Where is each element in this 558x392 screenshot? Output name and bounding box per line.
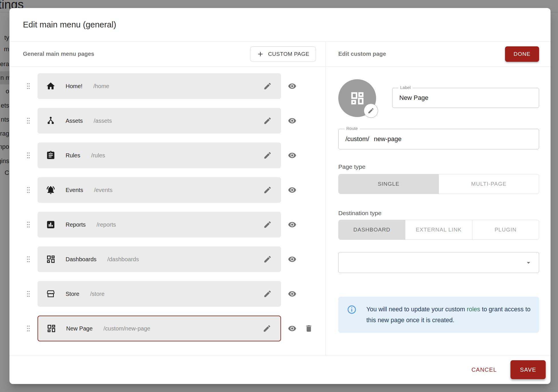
info-text-before: You will need to update your custom: [366, 306, 467, 313]
plus-icon: [257, 50, 264, 58]
roles-link[interactable]: roles: [467, 306, 480, 313]
destination-dashboard[interactable]: DASHBOARD: [339, 220, 405, 239]
done-button[interactable]: DONE: [505, 46, 539, 62]
pencil-icon: [263, 220, 272, 229]
pencil-icon: [263, 324, 271, 333]
menu-pages-header: General main menu pages: [23, 51, 94, 57]
edit-item-button[interactable]: [263, 255, 272, 264]
delete-item-button[interactable]: [304, 324, 313, 333]
pencil-icon: [368, 107, 374, 114]
visibility-toggle-button[interactable]: [288, 290, 296, 298]
label-input[interactable]: [399, 94, 532, 102]
menu-items-list: Home! /home Assets /assets: [9, 73, 325, 350]
label-field[interactable]: Label: [392, 88, 539, 108]
route-input[interactable]: [374, 135, 532, 143]
menu-item-route: /custom/new-page: [103, 325, 150, 332]
menu-item[interactable]: New Page /custom/new-page: [38, 316, 281, 341]
drag-handle-icon[interactable]: [25, 151, 31, 160]
menu-item[interactable]: Rules /rules: [38, 142, 281, 168]
info-icon: [347, 305, 357, 314]
menu-item-route: /dashboards: [107, 256, 139, 263]
edit-item-button[interactable]: [263, 116, 272, 125]
page-type-toggle: SINGLE MULTI-PAGE: [338, 174, 539, 194]
route-field[interactable]: Route /custom/: [338, 129, 539, 149]
edit-item-button[interactable]: [263, 151, 272, 160]
visibility-toggle-button[interactable]: [288, 255, 296, 264]
events-icon: [46, 185, 56, 195]
destination-external-link[interactable]: EXTERNAL LINK: [405, 220, 472, 239]
menu-item[interactable]: Assets /assets: [38, 108, 281, 134]
menu-item[interactable]: Reports /reports: [38, 212, 281, 237]
drag-handle-icon[interactable]: [25, 116, 31, 125]
edit-item-button[interactable]: [263, 290, 272, 298]
menu-item-row: Reports /reports: [25, 212, 325, 237]
visibility-toggle-button[interactable]: [288, 82, 296, 90]
menu-item-route: /rules: [91, 152, 105, 159]
drag-handle-icon[interactable]: [25, 220, 31, 229]
page-type-single[interactable]: SINGLE: [339, 174, 439, 194]
drag-handle-icon[interactable]: [25, 290, 31, 298]
menu-item-route: /reports: [97, 221, 116, 228]
edit-item-button[interactable]: [263, 186, 272, 194]
visibility-toggle-button[interactable]: [288, 324, 296, 333]
cancel-button[interactable]: CANCEL: [467, 364, 501, 376]
menu-item[interactable]: Store /store: [38, 281, 281, 307]
menu-item[interactable]: Dashboards /dashboards: [38, 246, 281, 272]
route-field-label: Route: [344, 126, 360, 131]
menu-item[interactable]: Home! /home: [38, 73, 281, 99]
edit-main-menu-dialog: Edit main menu (general) General main me…: [9, 8, 551, 384]
pencil-icon: [263, 151, 272, 160]
eye-icon: [288, 82, 296, 90]
dashboards-icon: [46, 324, 56, 333]
drag-handle-icon[interactable]: [25, 186, 31, 194]
destination-type-label: Destination type: [338, 210, 539, 217]
menu-item-label: Dashboards: [66, 256, 97, 263]
destination-plugin[interactable]: PLUGIN: [472, 220, 539, 239]
visibility-toggle-button[interactable]: [288, 151, 296, 160]
menu-item-row: Home! /home: [25, 73, 325, 99]
dashboard-select[interactable]: [338, 252, 539, 273]
add-custom-page-button[interactable]: CUSTOM PAGE: [250, 46, 316, 62]
route-prefix: /custom/: [345, 135, 369, 143]
eye-icon: [288, 324, 296, 333]
visibility-toggle-button[interactable]: [288, 186, 296, 194]
edit-custom-page-header: Edit custom page: [338, 51, 386, 57]
menu-pages-panel: General main menu pages CUSTOM PAGE Home…: [9, 41, 326, 355]
drag-handle-icon[interactable]: [25, 82, 31, 90]
reports-icon: [46, 220, 56, 229]
chevron-down-icon: [524, 259, 533, 267]
eye-icon: [288, 255, 296, 264]
label-field-label: Label: [398, 85, 413, 90]
menu-item[interactable]: Events /events: [38, 177, 281, 203]
save-button[interactable]: SAVE: [510, 360, 546, 379]
pencil-icon: [263, 255, 272, 264]
info-banner: You will need to update your custom role…: [338, 297, 539, 333]
edit-icon-button[interactable]: [364, 104, 378, 118]
eye-icon: [288, 116, 296, 125]
menu-item-route: /assets: [94, 118, 112, 124]
page-icon-avatar: [338, 79, 376, 117]
eye-icon: [288, 186, 296, 194]
edit-item-button[interactable]: [263, 220, 272, 229]
pencil-icon: [263, 290, 272, 298]
assets-icon: [46, 116, 56, 126]
menu-item-label: Home!: [66, 83, 82, 90]
edit-custom-page-panel: Edit custom page DONE: [326, 41, 551, 355]
pencil-icon: [263, 116, 272, 125]
pencil-icon: [263, 186, 272, 194]
visibility-toggle-button[interactable]: [288, 116, 296, 125]
menu-item-row: New Page /custom/new-page: [25, 316, 325, 341]
info-text: You will need to update your custom role…: [366, 304, 531, 326]
visibility-toggle-button[interactable]: [288, 220, 296, 229]
drag-handle-icon[interactable]: [25, 324, 31, 333]
edit-item-button[interactable]: [263, 324, 271, 333]
store-icon: [46, 289, 56, 299]
dashboards-icon: [46, 254, 56, 264]
drag-handle-icon[interactable]: [25, 255, 31, 264]
menu-item-label: Reports: [66, 221, 86, 228]
page-type-multi-page[interactable]: MULTI-PAGE: [439, 174, 539, 194]
edit-item-button[interactable]: [263, 82, 272, 90]
rules-icon: [46, 151, 56, 160]
home-icon: [46, 81, 56, 91]
menu-item-label: Assets: [66, 118, 83, 124]
